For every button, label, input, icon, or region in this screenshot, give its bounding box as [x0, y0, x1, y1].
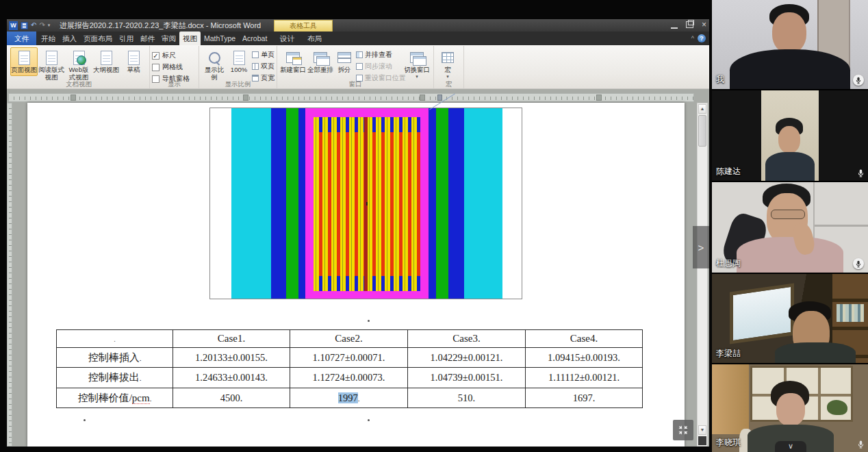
- paragraph-mark: [368, 419, 370, 421]
- group-window: 新建窗口 全部重排 拆分 并排查看 同步滚: [277, 46, 434, 88]
- reflector-band-cyan-left: [231, 108, 271, 299]
- switch-windows-icon: [410, 52, 424, 63]
- audio-status-icon: [858, 440, 864, 449]
- reading-view-icon: [46, 51, 58, 65]
- band-blue-inner-left: [298, 108, 305, 299]
- redo-icon[interactable]: ↷: [39, 21, 44, 30]
- participant-tile-me[interactable]: 我: [712, 0, 868, 89]
- context-tool-header: 表格工具: [274, 20, 333, 32]
- horizontal-ruler[interactable]: [8, 93, 694, 102]
- arrange-all-button[interactable]: 全部重排: [307, 47, 334, 76]
- close-button[interactable]: ×: [702, 21, 706, 29]
- word-logo-icon[interactable]: W: [9, 21, 18, 30]
- tab-mailings[interactable]: 邮件: [137, 32, 158, 45]
- tab-references[interactable]: 引用: [116, 32, 137, 45]
- gridlines-checkbox[interactable]: 网格线: [152, 62, 190, 72]
- help-icon[interactable]: ?: [698, 34, 706, 42]
- one-page-icon: [252, 51, 259, 58]
- one-page-button[interactable]: 单页: [252, 50, 275, 60]
- draft-view-button[interactable]: 草稿: [120, 47, 147, 76]
- paragraph-mark: [84, 419, 86, 421]
- tab-home[interactable]: 开始: [38, 32, 59, 45]
- zoom-100-button[interactable]: 100%: [227, 47, 251, 76]
- restore-button[interactable]: [686, 21, 693, 28]
- chevron-right-icon: >: [698, 242, 704, 253]
- tab-page-layout[interactable]: 页面布局: [80, 32, 116, 45]
- cell: 1.04739±0.00151.: [408, 368, 526, 388]
- group-document-views: 页面视图 阅读版式视图 Web版式视图 大纲视图 草稿: [8, 46, 150, 88]
- minimize-button[interactable]: [671, 21, 678, 29]
- split-icon: [337, 52, 351, 63]
- header-case1: Case1.: [173, 330, 290, 348]
- split-button[interactable]: 拆分: [334, 47, 355, 76]
- web-layout-button[interactable]: Web版式视图: [65, 47, 92, 83]
- group-show: ✓ 标尺 网格线 导航窗格 显示: [150, 46, 199, 88]
- macros-icon: [442, 52, 454, 63]
- participant-name: 李晓琪: [716, 437, 741, 449]
- checkbox-checked-icon: ✓: [152, 52, 159, 60]
- cell: 4500.: [173, 388, 290, 408]
- two-pages-button[interactable]: 双页: [252, 62, 275, 71]
- macros-button[interactable]: 宏 ▾: [436, 47, 459, 81]
- ruler-checkbox[interactable]: ✓ 标尺: [152, 51, 190, 60]
- fit-screen-button[interactable]: [673, 420, 693, 440]
- table-row: 控制棒价值/pcm. 4500. 1997. 510. 1697.: [57, 388, 643, 408]
- print-layout-button[interactable]: 页面视图: [10, 47, 38, 76]
- cell: 1.10727±0.00071.: [290, 348, 408, 368]
- view-side-by-side-button[interactable]: 并排查看: [356, 50, 403, 60]
- minimize-ribbon-icon[interactable]: ^: [691, 34, 694, 42]
- participant-tile-2[interactable]: 陈建达: [712, 90, 868, 181]
- save-icon[interactable]: [21, 22, 28, 29]
- cell: 1.24633±0.00143.: [173, 368, 290, 388]
- document-page[interactable]: . Case1. Case2. Case3. Case4. 控制棒插入. 1.2…: [27, 103, 685, 447]
- reading-view-button[interactable]: 阅读版式视图: [38, 47, 65, 83]
- tab-file[interactable]: 文件: [7, 32, 36, 45]
- participant-name: 李梁喆: [716, 348, 741, 360]
- tab-mathtype[interactable]: MathType: [201, 32, 239, 45]
- scroll-up-button[interactable]: ▲: [698, 104, 706, 114]
- reflector-band-cyan-right: [464, 108, 502, 299]
- participant-tile-5[interactable]: 李晓琪: [712, 364, 868, 452]
- sync-scroll-button[interactable]: 同步滚动: [356, 62, 403, 71]
- tab-table-layout[interactable]: 布局: [304, 32, 325, 45]
- participant-video: [712, 0, 868, 89]
- participant-tile-4[interactable]: 李梁喆: [712, 274, 868, 363]
- mic-icon: [858, 440, 864, 449]
- outline-view-icon: [101, 51, 112, 65]
- zoom-button[interactable]: 显示比例: [201, 47, 227, 83]
- panel-toggle-button[interactable]: >: [693, 226, 709, 268]
- participant-face: [772, 12, 806, 53]
- checkbox-empty-icon: [152, 64, 159, 71]
- undo-icon[interactable]: ↶: [31, 21, 36, 30]
- browse-object-buttons[interactable]: [698, 436, 706, 445]
- window-title: 进展报告2020.2.17-2020.2.23_李梁喆.docx - Micro…: [47, 21, 274, 31]
- indent-marker[interactable]: [437, 95, 442, 101]
- scroll-down-button[interactable]: ▼: [698, 425, 706, 435]
- participant-tile-3[interactable]: 杜思陶: [712, 182, 868, 273]
- tab-table-design[interactable]: 设计: [277, 32, 298, 45]
- group-macros: 宏 ▾ 宏: [434, 46, 464, 88]
- outline-view-button[interactable]: 大纲视图: [92, 47, 120, 76]
- scrollbar-thumb[interactable]: [698, 115, 706, 147]
- cell: 1.20133±0.00155.: [173, 348, 290, 368]
- quick-access-toolbar: W ↶ ↷ ▾: [9, 21, 50, 30]
- band-blue-right: [448, 108, 464, 299]
- row-label: 控制棒价值/pcm.: [57, 388, 173, 408]
- vertical-scrollbar[interactable]: ▲ ▼: [697, 103, 708, 447]
- band-green-right: [436, 108, 448, 299]
- tab-review[interactable]: 审阅: [158, 32, 179, 45]
- draft-view-icon: [128, 51, 140, 65]
- tab-view[interactable]: 视图: [179, 32, 201, 45]
- vertical-ruler[interactable]: [7, 103, 12, 447]
- participant-strip: 我 陈建达: [712, 0, 868, 452]
- new-window-button[interactable]: 新建窗口: [279, 47, 307, 76]
- fit-arrows-icon: [676, 423, 690, 437]
- cell: 1697.: [526, 388, 643, 408]
- tab-acrobat[interactable]: Acrobat: [239, 32, 270, 45]
- participant-face: [776, 393, 805, 426]
- tab-insert[interactable]: 插入: [59, 32, 80, 45]
- group-zoom: 显示比例 100% 单页 双页: [199, 46, 277, 88]
- collapse-strip-button[interactable]: ∨: [775, 441, 806, 452]
- switch-windows-button[interactable]: 切换窗口 ▾: [403, 47, 431, 81]
- side-by-side-icon: [356, 51, 363, 58]
